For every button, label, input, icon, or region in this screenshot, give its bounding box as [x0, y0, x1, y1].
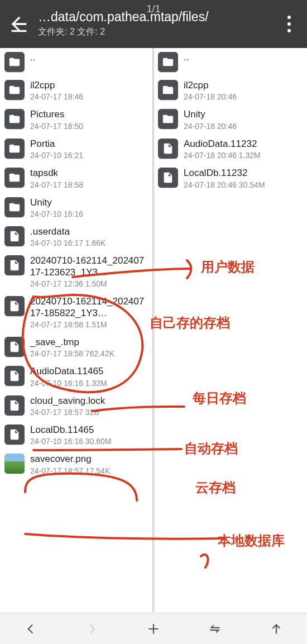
nav-back-button[interactable]: [18, 617, 43, 641]
item-meta: 24-07-18 20:46 30.54M: [184, 180, 304, 189]
item-name: il2cpp: [30, 80, 149, 91]
up-label: ..: [30, 52, 149, 63]
item-meta: 24-07-18 20:46: [184, 122, 304, 131]
item-name: Pictures: [30, 109, 149, 120]
item-meta: 24-07-17 18:58 1.51M: [30, 320, 149, 329]
item-meta: 24-07-10 16:21: [30, 151, 149, 160]
folder-icon: [4, 197, 25, 217]
item-name: .userdata: [30, 226, 149, 237]
folder-item[interactable]: Unity 24-07-10 16:16: [0, 193, 152, 222]
item-name: tapsdk: [30, 168, 149, 179]
file-item[interactable]: 20240710-162114_20240717-123623_1Y3… 24-…: [0, 251, 152, 292]
image-thumbnail-icon: [4, 454, 25, 474]
up-label: ..: [184, 52, 304, 63]
left-pane: .. il2cpp 24-07-17 18:46 Pictures 24-07-…: [0, 48, 154, 612]
item-meta: 24-07-10 16:17 1.66K: [30, 238, 149, 247]
item-meta: 24-07-10 16:16 1.32M: [30, 379, 149, 388]
file-item[interactable]: 20240710-162114_20240717-185822_1Y3… 24-…: [0, 292, 152, 333]
item-name: cloud_saving.lock: [30, 395, 149, 407]
swap-icon: [208, 622, 222, 636]
current-path: …data/com.pathea.mtap/files/: [38, 10, 279, 24]
file-icon: [4, 296, 25, 316]
chevron-right-icon: [85, 622, 99, 636]
folder-item[interactable]: il2cpp 24-07-18 20:46: [154, 76, 307, 105]
folder-icon: [158, 80, 178, 100]
folder-item[interactable]: Portia 24-07-10 16:21: [0, 135, 152, 164]
bottom-toolbar: [0, 613, 307, 644]
item-name: 20240710-162114_20240717-123623_1Y3…: [30, 255, 149, 278]
item-meta: 24-07-17 12:36 1.50M: [30, 279, 149, 288]
item-name: Unity: [184, 109, 304, 120]
file-item[interactable]: cloud_saving.lock 24-07-17 18:57 32B: [0, 392, 152, 421]
file-item[interactable]: LocalDb.11232 24-07-18 20:46 30.54M: [154, 164, 307, 193]
folder-icon: [158, 109, 178, 129]
swap-button[interactable]: [203, 617, 227, 641]
up-button[interactable]: [264, 617, 289, 641]
folder-icon: [4, 139, 25, 159]
up-directory[interactable]: ..: [0, 48, 152, 76]
nav-forward-button[interactable]: [80, 617, 104, 641]
item-meta: 24-07-17 18:57 32B: [30, 408, 149, 417]
item-name: 20240710-162114_20240717-185822_1Y3…: [30, 296, 149, 319]
dual-pane-container: .. il2cpp 24-07-17 18:46 Pictures 24-07-…: [0, 48, 307, 612]
up-directory[interactable]: ..: [154, 48, 307, 76]
item-name: LocalDb.11232: [184, 168, 304, 179]
file-item[interactable]: AudioData.11465 24-07-10 16:16 1.32M: [0, 362, 152, 391]
file-icon: [4, 366, 25, 386]
plus-icon: [146, 622, 161, 636]
item-name: LocalDb.11465: [30, 424, 149, 436]
file-item[interactable]: LocalDb.11465 24-07-10 16:16 30.60M: [0, 421, 152, 450]
item-meta: 24-07-17 18:57 17.54K: [30, 466, 149, 475]
file-icon: [158, 139, 178, 159]
add-button[interactable]: [141, 617, 166, 641]
folder-item[interactable]: il2cpp 24-07-17 18:46: [0, 76, 152, 105]
file-icon: [4, 395, 25, 416]
file-item[interactable]: .userdata 24-07-10 16:17 1.66K: [0, 222, 152, 251]
file-item[interactable]: savecover.png 24-07-17 18:57 17.54K: [0, 450, 152, 479]
folder-icon: [4, 109, 25, 129]
file-icon: [158, 168, 178, 188]
file-icon: [4, 337, 25, 357]
right-pane: .. il2cpp 24-07-18 20:46 Unity 24-07-18 …: [154, 48, 307, 612]
item-meta: 24-07-10 16:16: [30, 209, 149, 218]
folder-icon: [4, 52, 25, 72]
overflow-menu-button[interactable]: [279, 13, 299, 35]
folder-item[interactable]: Pictures 24-07-17 18:50: [0, 105, 152, 134]
folder-icon: [4, 168, 25, 188]
svg-rect-0: [12, 30, 27, 32]
item-name: il2cpp: [184, 80, 304, 91]
item-meta: 24-07-18 20:46: [184, 92, 304, 101]
item-meta: 24-07-17 18:50: [30, 122, 149, 131]
chevron-left-icon: [23, 622, 38, 636]
file-icon: [4, 255, 25, 275]
item-name: AudioData.11465: [30, 366, 149, 377]
arrow-up-icon: [269, 622, 284, 636]
item-meta: 24-07-17 18:58: [30, 180, 149, 189]
item-meta: 24-07-17 18:58 762.42K: [30, 349, 149, 358]
back-button[interactable]: [8, 13, 30, 35]
folder-item[interactable]: Unity 24-07-18 20:46: [154, 105, 307, 134]
item-name: Unity: [30, 197, 149, 208]
header-title-block: …data/com.pathea.mtap/files/ 文件夹: 2 文件: …: [38, 10, 279, 38]
file-item[interactable]: AudioData.11232 24-07-18 20:46 1.32M: [154, 135, 307, 164]
item-meta: 24-07-17 18:46: [30, 92, 149, 101]
item-meta: 24-07-10 16:16 30.60M: [30, 437, 149, 446]
back-arrow-icon: [8, 13, 30, 35]
folder-item[interactable]: tapsdk 24-07-17 18:58: [0, 164, 152, 193]
item-name: _save_.tmp: [30, 337, 149, 348]
item-name: AudioData.11232: [184, 139, 304, 150]
item-meta: 24-07-18 20:46 1.32M: [184, 151, 304, 160]
item-name: Portia: [30, 139, 149, 150]
folder-icon: [4, 80, 25, 100]
item-name: savecover.png: [30, 454, 149, 465]
app-header: 1/1 …data/com.pathea.mtap/files/ 文件夹: 2 …: [0, 0, 307, 48]
file-item[interactable]: _save_.tmp 24-07-17 18:58 762.42K: [0, 333, 152, 362]
file-icon: [4, 424, 25, 445]
item-count: 文件夹: 2 文件: 2: [38, 26, 279, 38]
file-icon: [4, 226, 25, 246]
folder-icon: [158, 52, 178, 72]
